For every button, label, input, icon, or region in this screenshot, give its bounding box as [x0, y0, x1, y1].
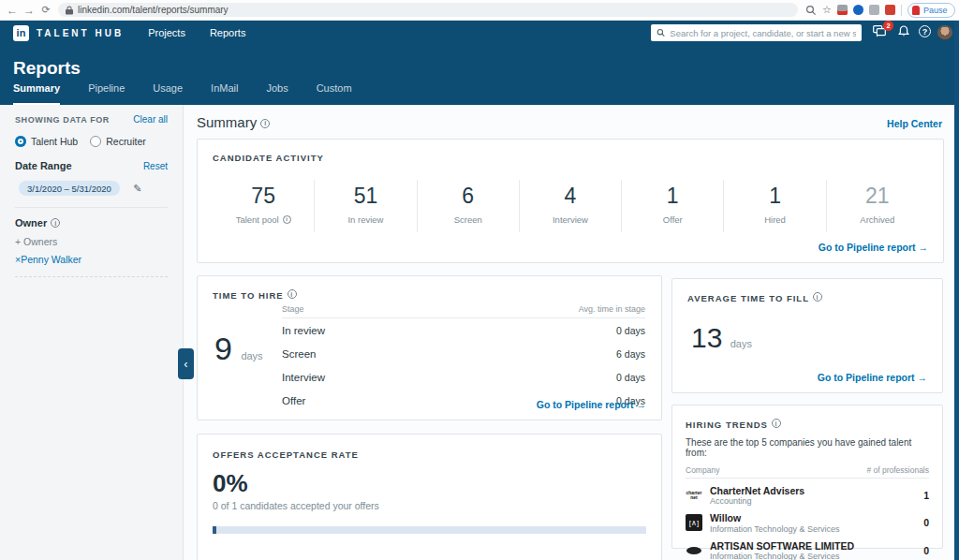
clear-all-link[interactable]: Clear all [133, 114, 168, 125]
extension-blue-icon[interactable] [853, 5, 863, 15]
professionals-count: 0 [923, 545, 929, 556]
company-logo: [∧] [686, 514, 702, 531]
forward-icon[interactable]: → [21, 4, 37, 17]
report-tabs: Summary Pipeline Usage InMail Jobs Custo… [13, 82, 380, 105]
pipeline-report-link[interactable]: Go to Pipeline report → [819, 242, 928, 253]
pipeline-report-link[interactable]: Go to Pipeline report → [818, 372, 927, 383]
info-icon[interactable]: i [813, 292, 822, 302]
info-icon[interactable]: i [772, 419, 781, 428]
stage-table: Stage Avg. time in stage In review 0 day… [282, 304, 645, 412]
date-range-label: Date Range [15, 160, 72, 171]
stat-offer: 1 Offer [621, 180, 723, 232]
pause-label: Pause [923, 6, 948, 15]
global-search[interactable] [651, 24, 862, 41]
hiring-trends-card: HIRING TRENDSi These are the top 5 compa… [671, 405, 943, 549]
time-to-hire-card: TIME TO HIREi 9 days Stage Avg. time in … [197, 275, 662, 420]
top-nav: in TALENT HUB Projects Reports 2 ? [0, 21, 959, 45]
brand-title: TALENT HUB [37, 28, 124, 38]
back-icon[interactable]: ← [4, 4, 21, 17]
offers-acceptance-card: OFFERS ACCEPTANCE RATE 0% 0 of 1 candida… [197, 434, 662, 560]
stat-talent-pool: 75 Talent pooli [213, 180, 314, 232]
table-row: Interview 0 days [282, 365, 645, 389]
bell-icon[interactable] [898, 25, 909, 37]
company-row: [∧] Willow Information Technology & Serv… [686, 512, 929, 534]
company-logo: charter net [686, 487, 702, 504]
professionals-column-header: # of professionals [866, 465, 929, 475]
company-industry: Information Technology & Services [710, 552, 854, 560]
help-center-link[interactable]: Help Center [887, 118, 942, 129]
tab-pipeline[interactable]: Pipeline [88, 82, 125, 105]
notification-badge: 2 [883, 21, 893, 31]
info-icon[interactable]: i [283, 215, 291, 224]
owner-label: Owner [15, 217, 47, 228]
table-row: Screen 6 days [282, 342, 645, 365]
company-logo [686, 542, 702, 559]
collapse-sidebar-button[interactable]: ‹ [178, 348, 194, 379]
info-icon[interactable]: i [51, 218, 60, 228]
tab-inmail[interactable]: InMail [211, 82, 238, 105]
pipeline-report-link[interactable]: Go to Pipeline report → [537, 399, 646, 410]
stat-hired: 1 Hired [723, 180, 825, 232]
stage-column-header: Stage [282, 304, 304, 314]
avg-time-to-fill-heading: AVERAGE TIME TO FILLi [687, 292, 927, 303]
hiring-trends-description: These are the top 5 companies you have g… [686, 437, 929, 458]
extension-gray-icon[interactable] [869, 5, 879, 15]
stat-screen: 6 Screen [417, 180, 519, 232]
lock-icon [66, 6, 73, 15]
bookmark-star-icon[interactable]: ☆ [822, 4, 832, 16]
scrollbar[interactable] [954, 21, 959, 560]
extension-red-icon[interactable] [885, 5, 895, 15]
reset-link[interactable]: Reset [143, 161, 168, 171]
date-range-chip[interactable]: 3/1/2020 – 5/31/2020 [19, 181, 120, 196]
avatar[interactable] [937, 25, 952, 40]
zoom-icon[interactable] [805, 5, 817, 16]
avg-time-to-fill-card: AVERAGE TIME TO FILLi 13 days Go to Pipe… [671, 278, 943, 393]
offers-acceptance-heading: OFFERS ACCEPTANCE RATE [213, 449, 646, 460]
company-name: Willow [710, 512, 839, 524]
nav-item-projects[interactable]: Projects [148, 27, 185, 38]
browser-chrome: ← → ⟳ linkedin.com/talent/reports/summar… [0, 0, 959, 21]
professionals-count: 0 [923, 517, 929, 528]
divider [15, 276, 168, 277]
talent-hub-radio[interactable] [15, 136, 26, 147]
help-icon[interactable]: ? [919, 25, 931, 37]
info-icon[interactable]: i [288, 289, 297, 299]
app-header: in TALENT HUB Projects Reports 2 ? Repor… [0, 21, 959, 105]
reload-icon[interactable]: ⟳ [37, 4, 54, 16]
professionals-count: 1 [923, 490, 929, 501]
screen: ← → ⟳ linkedin.com/talent/reports/summar… [0, 0, 959, 560]
page-title: Reports [13, 58, 81, 79]
tab-jobs[interactable]: Jobs [266, 82, 288, 105]
nav-item-reports[interactable]: Reports [210, 27, 246, 38]
edit-date-icon[interactable]: ✎ [133, 183, 141, 194]
recruiter-radio[interactable] [90, 136, 101, 147]
time-to-hire-value: 9 days [214, 331, 263, 367]
search-input[interactable] [670, 28, 856, 38]
stat-in-review: 51 In review [314, 180, 416, 232]
info-icon[interactable]: i [260, 119, 270, 128]
messages-icon[interactable]: 2 [873, 25, 887, 37]
offers-acceptance-subtitle: 0 of 1 candidates accepted your offers [213, 500, 646, 511]
tab-custom[interactable]: Custom [317, 82, 352, 105]
extension-pdf-icon[interactable] [837, 5, 848, 15]
divider [901, 5, 902, 16]
pause-button[interactable]: Pause [907, 3, 956, 18]
add-owners-button[interactable]: + Owners [15, 236, 183, 247]
recruiter-radio-label: Recruiter [106, 136, 146, 147]
chrome-toolbar: ☆ Pause [805, 3, 955, 18]
tab-usage[interactable]: Usage [153, 82, 183, 105]
candidate-activity-heading: CANDIDATE ACTIVITY [213, 153, 928, 163]
acceptance-progress-bar [213, 526, 646, 534]
table-row: In review 0 days [282, 318, 645, 342]
avg-time-to-fill-value: 13 days [691, 322, 752, 354]
linkedin-logo-icon[interactable]: in [13, 25, 29, 41]
url-bar[interactable]: linkedin.com/talent/reports/summary [58, 3, 798, 17]
tab-summary[interactable]: Summary [13, 82, 60, 105]
stat-archived: 21 Archived [826, 180, 928, 232]
acceptance-progress-fill [213, 526, 216, 534]
company-industry: Accounting [710, 496, 804, 506]
company-industry: Information Technology & Services [710, 524, 839, 534]
company-row: charter net CharterNet Advisers Accounti… [686, 485, 929, 507]
filters-sidebar: SHOWING DATA FOR Clear all Talent Hub Re… [0, 105, 184, 560]
owner-chip-penny-walker[interactable]: ×Penny Walker [15, 254, 183, 265]
